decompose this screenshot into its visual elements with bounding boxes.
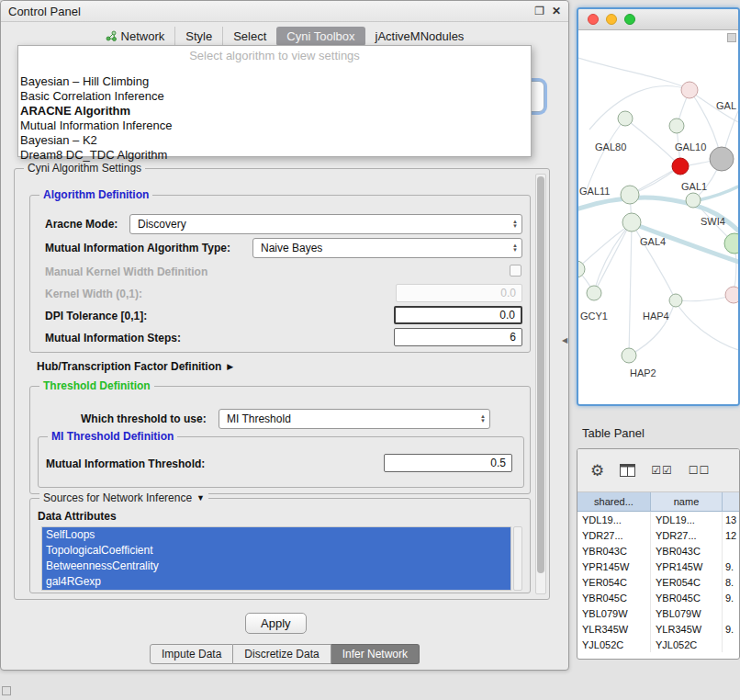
network-node[interactable] bbox=[578, 261, 585, 277]
aracne-mode-select[interactable]: Discovery ▲▼ bbox=[129, 214, 522, 234]
network-node[interactable] bbox=[681, 82, 698, 98]
table-cell[interactable]: 8. bbox=[723, 574, 739, 590]
select-all-checkboxes-icon[interactable]: ☑☑ bbox=[651, 464, 673, 477]
table-row[interactable]: YDR27... YDR27... 12 bbox=[577, 527, 739, 543]
algorithm-option-bayesian-hill[interactable]: Bayesian – Hill Climbing bbox=[18, 74, 531, 89]
settings-scrollbar[interactable] bbox=[535, 174, 546, 594]
network-node[interactable] bbox=[622, 348, 636, 363]
tab-jactivemnodules[interactable]: jActiveMNodules bbox=[365, 27, 475, 46]
table-cell[interactable]: 9. bbox=[723, 590, 739, 605]
tab-network[interactable]: Network bbox=[95, 27, 175, 46]
network-node[interactable] bbox=[622, 213, 641, 231]
table-cell[interactable] bbox=[723, 543, 739, 559]
network-node[interactable] bbox=[621, 186, 639, 204]
manual-kernel-label: Manual Kernel Width Definition bbox=[45, 265, 207, 278]
table-cell[interactable]: YDR27... bbox=[577, 527, 651, 543]
table-cell[interactable]: YLR345W bbox=[577, 621, 651, 637]
tab-infer-network[interactable]: Infer Network bbox=[331, 644, 420, 664]
birdseye-toggle[interactable] bbox=[727, 33, 736, 42]
table-cell[interactable]: YBR043C bbox=[651, 543, 723, 559]
table-cell[interactable]: YJL052C bbox=[577, 637, 651, 652]
panel-splitter-arrow[interactable]: ◀ bbox=[562, 336, 567, 344]
table-cell[interactable]: 12 bbox=[723, 527, 739, 543]
table-cell[interactable]: YER054C bbox=[577, 574, 651, 590]
table-cell[interactable]: YBR045C bbox=[577, 590, 651, 605]
table-row[interactable]: YLR345W YLR345W 9. bbox=[577, 621, 739, 637]
dpi-tolerance-field[interactable]: 0.0 bbox=[394, 306, 522, 324]
zoom-traffic-light[interactable] bbox=[624, 14, 635, 25]
tab-style[interactable]: Style bbox=[174, 27, 222, 46]
attribute-item[interactable]: TopologicalCoefficient bbox=[42, 543, 510, 559]
network-node[interactable] bbox=[587, 286, 601, 300]
table-row[interactable]: YER054C YER054C 8. bbox=[577, 574, 739, 590]
table-cell[interactable]: YBL079W bbox=[651, 605, 723, 621]
table-cell[interactable]: 9. bbox=[723, 621, 739, 637]
algorithm-option-basic-correlation[interactable]: Basic Correlation Inference bbox=[18, 89, 531, 104]
network-canvas[interactable]: GAL80 GAL10 GAL GAL11 GAL1 SWI4 GAL4 GCY… bbox=[578, 30, 738, 404]
table-cell[interactable]: YDL19... bbox=[651, 512, 723, 527]
float-window-icon[interactable]: ❐ bbox=[534, 5, 544, 17]
apply-button[interactable]: Apply bbox=[245, 613, 307, 634]
attribute-item[interactable]: BetweennessCentrality bbox=[42, 559, 510, 574]
table-settings-gear-icon[interactable]: ⚙ bbox=[590, 461, 604, 480]
attribute-item[interactable]: gal4RGexp bbox=[42, 574, 510, 590]
algorithm-option-dream8[interactable]: Dream8 DC_TDC Algorithm bbox=[18, 148, 531, 163]
table-row[interactable]: YDL19... YDL19... 13 bbox=[577, 512, 739, 527]
table-cell[interactable]: YLR345W bbox=[651, 621, 723, 637]
table-cell[interactable]: YDR27... bbox=[651, 527, 723, 543]
tab-discretize-data[interactable]: Discretize Data bbox=[233, 644, 331, 664]
table-row[interactable]: YBR045C YBR045C 9. bbox=[577, 590, 739, 605]
table-cell[interactable]: YBR043C bbox=[577, 543, 651, 559]
tab-cyni-toolbox[interactable]: Cyni Toolbox bbox=[276, 27, 364, 46]
algorithm-option-mutual-information[interactable]: Mutual Information Inference bbox=[18, 119, 531, 133]
mi-steps-field[interactable]: 6 bbox=[394, 328, 522, 346]
tab-select[interactable]: Select bbox=[222, 27, 276, 46]
table-cell[interactable]: YBR045C bbox=[651, 590, 723, 605]
table-row[interactable]: YJL052C YJL052C bbox=[577, 637, 739, 652]
minimize-traffic-light[interactable] bbox=[606, 14, 617, 25]
table-cell[interactable]: 9. bbox=[723, 559, 739, 574]
hub-definition-expander[interactable]: Hub/Transcription Factor Definition ▶ bbox=[37, 360, 233, 373]
which-threshold-select[interactable]: MI Threshold ▲▼ bbox=[219, 409, 490, 429]
column-header-shared-name[interactable]: shared... bbox=[577, 492, 651, 512]
network-node[interactable] bbox=[710, 147, 734, 171]
mi-threshold-field[interactable]: 0.5 bbox=[384, 454, 512, 472]
attribute-item[interactable]: SelfLoops bbox=[42, 527, 510, 543]
algorithm-option-bayesian-k2[interactable]: Bayesian – K2 bbox=[18, 133, 531, 148]
manual-kernel-checkbox[interactable] bbox=[510, 265, 521, 277]
table-cell[interactable]: YPR145W bbox=[651, 559, 723, 574]
table-row[interactable]: YBL079W YBL079W bbox=[577, 605, 739, 621]
close-window-icon[interactable]: ✕ bbox=[552, 5, 561, 17]
network-window-titlebar[interactable] bbox=[578, 9, 738, 30]
table-cell[interactable] bbox=[723, 605, 739, 621]
table-cell[interactable]: YDL19... bbox=[577, 512, 651, 527]
select-columns-icon[interactable] bbox=[620, 464, 635, 477]
network-node-selected[interactable] bbox=[672, 158, 689, 175]
tab-impute-data[interactable]: Impute Data bbox=[150, 644, 233, 664]
window-resize-grip[interactable] bbox=[2, 686, 11, 695]
algorithm-option-aracne[interactable]: ARACNE Algorithm bbox=[18, 104, 531, 119]
column-header-name[interactable]: name bbox=[651, 492, 723, 512]
table-cell[interactable]: YER054C bbox=[651, 574, 723, 590]
sources-title-row[interactable]: Sources for Network Inference ▼ bbox=[39, 491, 208, 504]
table-cell[interactable]: YJL052C bbox=[651, 637, 723, 652]
deselect-all-checkboxes-icon[interactable]: ☐☐ bbox=[689, 464, 711, 477]
table-row[interactable]: YPR145W YPR145W 9. bbox=[577, 559, 739, 574]
kernel-width-field[interactable]: 0.0 bbox=[396, 284, 522, 302]
close-traffic-light[interactable] bbox=[588, 14, 599, 25]
data-attributes-list[interactable]: SelfLoops TopologicalCoefficient Between… bbox=[41, 526, 511, 591]
column-header-partial[interactable] bbox=[723, 492, 739, 512]
network-node[interactable] bbox=[686, 193, 701, 208]
attributes-scrollbar[interactable] bbox=[513, 526, 522, 591]
settings-scrollbar-thumb[interactable] bbox=[537, 176, 544, 573]
table-cell[interactable]: YPR145W bbox=[577, 559, 651, 574]
table-row[interactable]: YBR043C YBR043C bbox=[577, 543, 739, 559]
network-node[interactable] bbox=[669, 119, 684, 133]
network-node[interactable] bbox=[725, 287, 738, 303]
table-cell[interactable]: 13 bbox=[723, 512, 739, 527]
network-node[interactable] bbox=[618, 111, 633, 126]
table-cell[interactable] bbox=[723, 637, 739, 652]
network-node[interactable] bbox=[669, 294, 682, 307]
table-cell[interactable]: YBL079W bbox=[577, 605, 651, 621]
mi-type-select[interactable]: Naive Bayes ▲▼ bbox=[252, 238, 522, 258]
